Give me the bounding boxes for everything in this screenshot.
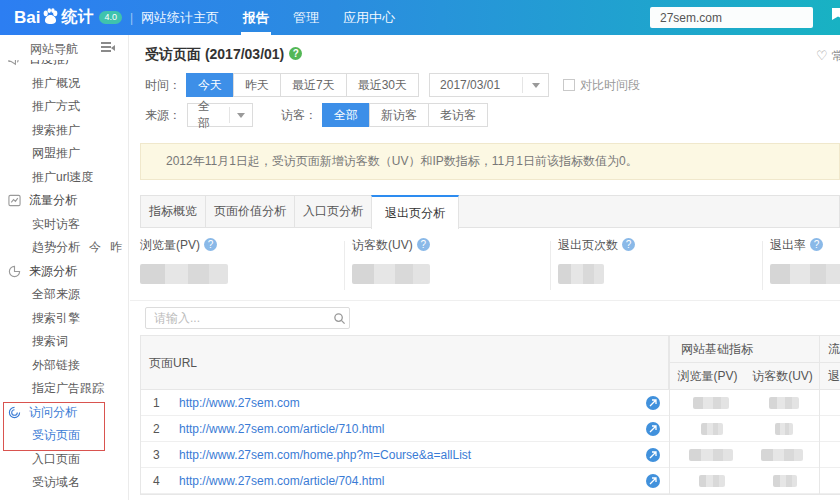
date-value: 2017/03/01 bbox=[430, 78, 510, 92]
page-url-link[interactable]: http://www.27sem.com/article/704.html bbox=[179, 468, 384, 494]
trend-today-link[interactable]: 今 bbox=[89, 239, 101, 256]
sidebar-group-visit-analysis[interactable]: 访问分析 bbox=[0, 401, 128, 425]
time-yesterday-button[interactable]: 昨天 bbox=[233, 73, 281, 97]
search-input[interactable] bbox=[146, 310, 329, 326]
row-number: 2 bbox=[153, 416, 160, 442]
table-header: 页面URL 网站基础指标 流量 浏览量(PV) 访客数(UV) 退出 bbox=[141, 336, 840, 390]
censored-value bbox=[775, 423, 793, 435]
megaphone-icon bbox=[8, 60, 21, 66]
censored-value bbox=[699, 475, 725, 487]
metric-label: 退出率 bbox=[770, 238, 806, 252]
sidebar-item-all-sources[interactable]: 全部来源 bbox=[0, 283, 128, 307]
nav-app-center[interactable]: 应用中心 bbox=[343, 0, 395, 35]
notice-banner: 2012年11月1日起，受访页面新增访客数（UV）和IP数指标，11月1日前该指… bbox=[140, 143, 840, 180]
site-selector-value[interactable] bbox=[650, 7, 813, 28]
baidu-tongji-logo[interactable]: Bai 统计 4.0 | 网站统计 bbox=[14, 0, 193, 35]
sidebar-item-search-terms[interactable]: 搜索词 bbox=[0, 330, 128, 354]
date-picker[interactable]: 2017/03/01 bbox=[429, 73, 549, 97]
time-last7days-button[interactable]: 最近7天 bbox=[280, 73, 347, 97]
date-dropdown[interactable] bbox=[522, 77, 548, 93]
divider bbox=[669, 336, 670, 494]
row-number: 3 bbox=[153, 442, 160, 468]
version-badge: 4.0 bbox=[99, 11, 122, 24]
visitor-new-button[interactable]: 新访客 bbox=[369, 103, 429, 127]
column-header-exit[interactable]: 退出 bbox=[819, 363, 840, 390]
censored-value bbox=[352, 264, 430, 284]
nav-home[interactable]: 主页 bbox=[193, 0, 219, 35]
tab-entry-page-analysis[interactable]: 入口页分析 bbox=[295, 196, 372, 227]
link-preview-icon[interactable] bbox=[646, 448, 660, 462]
nav-manage[interactable]: 管理 bbox=[293, 0, 319, 35]
column-header-url[interactable]: 页面URL bbox=[141, 336, 669, 390]
censored-value bbox=[769, 397, 799, 409]
compare-period-checkbox[interactable] bbox=[563, 79, 575, 91]
nav-report[interactable]: 报告 bbox=[243, 0, 269, 35]
time-last30days-button[interactable]: 最近30天 bbox=[346, 73, 419, 97]
link-preview-icon[interactable] bbox=[646, 422, 660, 436]
metric-pv: 浏览量(PV)? bbox=[140, 235, 340, 295]
sidebar-item-search-promo[interactable]: 搜索推广 bbox=[0, 119, 128, 143]
row-number: 1 bbox=[153, 390, 160, 416]
page-url-link[interactable]: http://www.27sem.com/home.php?m=Course&a… bbox=[179, 442, 471, 468]
sidebar-group-source-analysis[interactable]: 来源分析 bbox=[0, 260, 128, 284]
link-preview-icon[interactable] bbox=[646, 474, 660, 488]
page-url-link[interactable]: http://www.27sem.com bbox=[179, 390, 300, 416]
sidebar-group-baidu-promo[interactable]: 百度推广 bbox=[0, 60, 128, 72]
time-today-button[interactable]: 今天 bbox=[186, 73, 234, 97]
tab-page-value-analysis[interactable]: 页面价值分析 bbox=[206, 196, 295, 227]
help-icon[interactable]: ? bbox=[810, 238, 823, 251]
baidu-analytics-page: Bai 统计 4.0 | 网站统计 主页 报告 管理 应用中心 bbox=[0, 0, 840, 500]
sidebar-item-promo-overview[interactable]: 推广概况 bbox=[0, 72, 128, 96]
help-icon[interactable]: ? bbox=[622, 238, 635, 251]
metric-exit-count: 退出页次数? bbox=[558, 235, 753, 295]
chevron-down-icon bbox=[532, 83, 540, 88]
help-icon[interactable]: ? bbox=[289, 47, 302, 60]
censored-value bbox=[140, 264, 228, 284]
sidebar-item-ad-tracking[interactable]: 指定广告跟踪 bbox=[0, 377, 128, 401]
sidebar-item-external-links[interactable]: 外部链接 bbox=[0, 354, 128, 378]
help-icon[interactable]: ? bbox=[417, 238, 430, 251]
source-select[interactable]: 全部 bbox=[187, 103, 253, 127]
tab-exit-page-analysis[interactable]: 退出页分析 bbox=[371, 195, 459, 229]
sidebar-group-traffic-analysis[interactable]: 流量分析 bbox=[0, 189, 128, 213]
sidebar-item-label: 推广概况 bbox=[32, 75, 80, 92]
sidebar-item-visited-pages[interactable]: 受访页面 bbox=[0, 424, 128, 448]
sidebar-item-entry-pages[interactable]: 入口页面 bbox=[0, 448, 128, 472]
sidebar-item-promo-url-speed[interactable]: 推广url速度 bbox=[0, 166, 128, 190]
sidebar-item-label: 来源分析 bbox=[29, 263, 77, 280]
search-icon[interactable] bbox=[329, 308, 349, 328]
page-url-link[interactable]: http://www.27sem.com/article/710.html bbox=[179, 416, 384, 442]
column-header-pv[interactable]: 浏览量(PV) bbox=[669, 363, 746, 390]
sidebar-title: 网站导航 bbox=[30, 42, 78, 56]
source-label: 来源： bbox=[145, 107, 181, 124]
trend-yesterday-link[interactable]: 昨 bbox=[110, 239, 122, 256]
metric-label: 退出页次数 bbox=[558, 238, 618, 252]
column-group-basic-metrics: 网站基础指标 bbox=[669, 336, 819, 363]
sidebar-item-visited-domains[interactable]: 受访域名 bbox=[0, 471, 128, 495]
favorite-report[interactable]: ♡常 bbox=[816, 48, 840, 65]
tab-metric-overview[interactable]: 指标概览 bbox=[141, 196, 206, 227]
link-preview-icon[interactable] bbox=[646, 396, 660, 410]
table-row: 2 http://www.27sem.com/article/710.html bbox=[141, 416, 840, 442]
site-selector[interactable] bbox=[650, 7, 813, 28]
sidebar-item-search-engines[interactable]: 搜索引擎 bbox=[0, 307, 128, 331]
product-name: 网站统计 bbox=[141, 9, 193, 27]
censored-value bbox=[761, 449, 803, 461]
column-header-uv[interactable]: 访客数(UV) bbox=[746, 363, 819, 390]
source-dropdown[interactable] bbox=[229, 107, 252, 123]
censored-value bbox=[770, 264, 840, 284]
sidebar-collapse-icon[interactable] bbox=[101, 42, 115, 53]
flag-icon[interactable] bbox=[832, 8, 840, 20]
visitor-returning-button[interactable]: 老访客 bbox=[428, 103, 488, 127]
top-nav: 主页 报告 管理 应用中心 bbox=[193, 0, 395, 35]
sidebar-item-trend-analysis[interactable]: 趋势分析 今 昨 bbox=[0, 236, 128, 260]
visitor-label: 访客： bbox=[281, 107, 317, 124]
page-title-text: 受访页面 (2017/03/01) bbox=[145, 46, 284, 62]
heart-icon: ♡ bbox=[816, 48, 828, 63]
visitor-all-button[interactable]: 全部 bbox=[322, 103, 370, 127]
help-icon[interactable]: ? bbox=[204, 238, 217, 251]
sidebar-item-realtime-visitors[interactable]: 实时访客 bbox=[0, 213, 128, 237]
sidebar-item-network-promo[interactable]: 网盟推广 bbox=[0, 142, 128, 166]
sidebar-item-label: 全部来源 bbox=[32, 286, 80, 303]
sidebar-item-promo-method[interactable]: 推广方式 bbox=[0, 95, 128, 119]
